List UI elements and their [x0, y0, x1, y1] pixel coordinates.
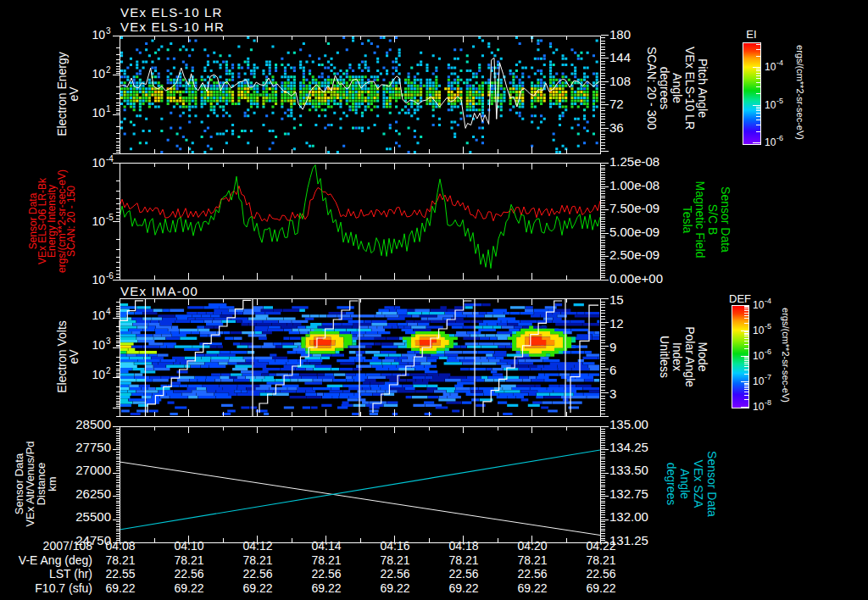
- svg-text:134.25: 134.25: [609, 440, 648, 454]
- svg-text:Angle: Angle: [670, 73, 684, 103]
- svg-text:VEx IMA-00: VEx IMA-00: [120, 284, 198, 298]
- svg-text:Sensor Data: Sensor Data: [719, 186, 732, 253]
- svg-text:9: 9: [609, 340, 616, 354]
- svg-text:04:12: 04:12: [242, 539, 272, 553]
- svg-text:-6: -6: [765, 347, 771, 356]
- svg-text:15: 15: [609, 292, 624, 307]
- svg-text:-4: -4: [765, 297, 771, 305]
- svg-text:04:22: 04:22: [586, 539, 615, 553]
- svg-text:132.75: 132.75: [609, 486, 648, 501]
- svg-text:7.50e-09: 7.50e-09: [609, 201, 659, 215]
- svg-text:22.55: 22.55: [105, 567, 135, 581]
- svg-text:22.56: 22.56: [586, 567, 615, 581]
- svg-text:72: 72: [609, 97, 624, 111]
- svg-text:78.21: 78.21: [174, 553, 203, 567]
- svg-text:2: 2: [106, 65, 111, 75]
- svg-text:10: 10: [92, 368, 105, 381]
- svg-text:108: 108: [609, 74, 631, 88]
- svg-text:2007/108: 2007/108: [43, 539, 93, 553]
- svg-text:10: 10: [753, 325, 765, 336]
- svg-text:10: 10: [753, 299, 765, 311]
- svg-text:ergs/(cm**2-sr-sec-eV): ergs/(cm**2-sr-sec-eV): [795, 45, 805, 140]
- svg-text:10: 10: [92, 156, 105, 169]
- svg-text:DEF: DEF: [729, 292, 751, 305]
- svg-text:69.22: 69.22: [174, 581, 203, 595]
- svg-text:27750: 27750: [75, 440, 111, 454]
- svg-text:180: 180: [609, 27, 631, 42]
- svg-text:78.21: 78.21: [311, 553, 341, 567]
- svg-text:10: 10: [765, 61, 776, 73]
- svg-text:69.22: 69.22: [517, 581, 547, 595]
- svg-text:Unitless: Unitless: [658, 336, 671, 378]
- svg-text:22.56: 22.56: [448, 567, 478, 581]
- svg-text:degrees: degrees: [665, 463, 678, 506]
- svg-text:VEx SZA: VEx SZA: [692, 460, 705, 508]
- svg-text:22.56: 22.56: [311, 567, 341, 581]
- svg-text:0.00e+00: 0.00e+00: [609, 271, 663, 286]
- svg-text:78.21: 78.21: [242, 553, 272, 567]
- svg-text:04:16: 04:16: [380, 539, 409, 553]
- svg-text:2: 2: [106, 366, 111, 375]
- svg-text:S/C B: S/C B: [706, 204, 720, 236]
- svg-text:132.00: 132.00: [609, 509, 648, 524]
- svg-text:Polar Angle: Polar Angle: [683, 326, 697, 387]
- svg-text:78.21: 78.21: [105, 553, 135, 567]
- svg-text:eV: eV: [67, 349, 81, 364]
- svg-text:1.00e-08: 1.00e-08: [609, 178, 659, 192]
- svg-text:F10.7 (sfu): F10.7 (sfu): [35, 581, 92, 595]
- svg-text:135.00: 135.00: [609, 417, 648, 431]
- svg-text:-8: -8: [765, 398, 771, 407]
- svg-text:VEx ELS-10 HR: VEx ELS-10 HR: [120, 19, 225, 34]
- svg-text:10: 10: [92, 67, 105, 81]
- svg-text:10: 10: [92, 214, 105, 228]
- svg-text:degrees: degrees: [658, 67, 671, 110]
- svg-text:04:08: 04:08: [105, 539, 135, 553]
- svg-text:-4: -4: [106, 154, 114, 164]
- svg-text:V-E Ang (deg): V-E Ang (deg): [19, 553, 92, 567]
- svg-text:3: 3: [106, 26, 111, 36]
- svg-text:12: 12: [609, 316, 624, 331]
- svg-text:Angle: Angle: [678, 469, 692, 499]
- svg-text:144: 144: [609, 50, 631, 64]
- svg-text:22.56: 22.56: [242, 567, 272, 581]
- svg-text:04:14: 04:14: [311, 539, 341, 553]
- svg-text:69.22: 69.22: [586, 581, 615, 595]
- svg-text:Sensor Data: Sensor Data: [705, 451, 719, 517]
- svg-text:4: 4: [106, 307, 111, 316]
- svg-text:-4: -4: [776, 58, 783, 67]
- svg-text:Mode: Mode: [696, 342, 709, 371]
- svg-text:-7: -7: [765, 373, 771, 381]
- svg-text:78.21: 78.21: [380, 553, 409, 567]
- svg-text:ergs/(cm**2-sr-sec-eV): ergs/(cm**2-sr-sec-eV): [781, 308, 791, 403]
- svg-text:1.25e-08: 1.25e-08: [609, 154, 659, 169]
- svg-text:6: 6: [609, 363, 616, 377]
- svg-text:10: 10: [92, 273, 105, 286]
- svg-text:22.56: 22.56: [517, 567, 547, 581]
- svg-text:10: 10: [753, 401, 765, 413]
- svg-text:10: 10: [765, 99, 776, 111]
- svg-text:5.00e-09: 5.00e-09: [609, 225, 659, 239]
- svg-text:10: 10: [92, 308, 105, 322]
- svg-text:04:18: 04:18: [448, 539, 478, 553]
- svg-text:133.50: 133.50: [609, 463, 648, 477]
- svg-text:10: 10: [92, 338, 105, 352]
- svg-text:10: 10: [92, 106, 105, 119]
- svg-text:SCAN: 20 - 150: SCAN: 20 - 150: [65, 186, 77, 257]
- svg-text:22.56: 22.56: [174, 567, 203, 581]
- svg-text:27000: 27000: [75, 463, 111, 477]
- svg-text:69.22: 69.22: [105, 581, 135, 595]
- svg-text:04:20: 04:20: [517, 539, 547, 553]
- svg-text:10: 10: [753, 375, 765, 387]
- svg-text:VEx ELS-10 LR: VEx ELS-10 LR: [683, 47, 697, 130]
- svg-text:3: 3: [106, 336, 111, 346]
- svg-text:25500: 25500: [75, 509, 111, 524]
- svg-text:04:10: 04:10: [174, 539, 203, 553]
- svg-text:1: 1: [106, 104, 111, 114]
- svg-text:-6: -6: [776, 134, 783, 142]
- svg-text:EI: EI: [746, 28, 756, 41]
- svg-text:eV: eV: [67, 86, 81, 102]
- svg-text:-5: -5: [765, 322, 771, 331]
- svg-text:-5: -5: [106, 213, 114, 222]
- svg-text:69.22: 69.22: [242, 581, 272, 595]
- svg-text:10: 10: [765, 136, 776, 148]
